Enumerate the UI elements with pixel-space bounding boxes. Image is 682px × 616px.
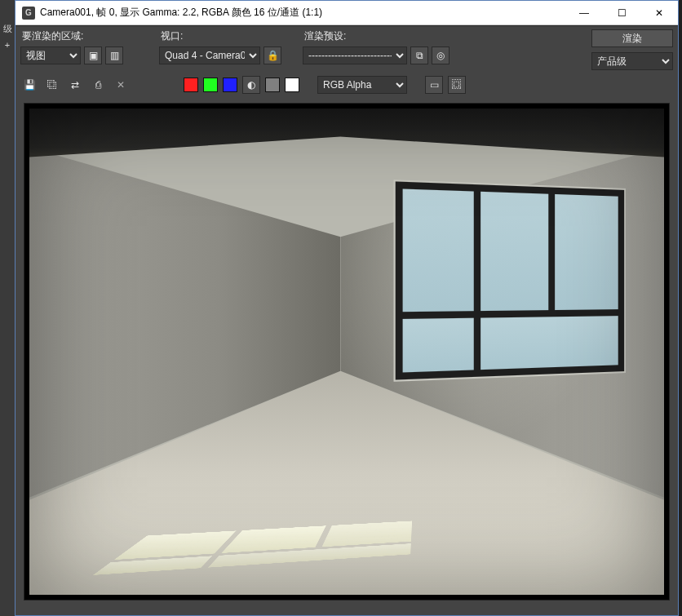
titlebar[interactable]: G Camera001, 帧 0, 显示 Gamma: 2.2, RGBA 颜色… [16, 1, 678, 25]
render-viewport[interactable] [24, 103, 670, 600]
area-select[interactable]: 视图 [20, 47, 81, 64]
region-a-icon: ▣ [89, 50, 98, 61]
group-viewport: 视口: Quad 4 - Camera0 🔒 [159, 29, 294, 70]
channel-mono-button[interactable] [265, 78, 280, 92]
print-image-button[interactable]: ⎙ [89, 76, 107, 94]
clear-image-button[interactable]: ✕ [112, 76, 130, 94]
close-button[interactable]: ✕ [640, 1, 678, 25]
viewport-label: 视口: [159, 29, 294, 43]
rendered-image [29, 109, 664, 595]
render-button[interactable]: 渲染 [591, 29, 673, 47]
group-render-preset: 渲染预设: -------------------------- ⧉ ◎ [303, 29, 466, 70]
region-tool-b-button[interactable]: ▥ [105, 47, 123, 64]
channel-alpha-button[interactable]: ◐ [242, 76, 260, 94]
copy-image-button[interactable]: ⿻ [43, 76, 61, 94]
channel-blue-button[interactable] [223, 78, 237, 92]
clone-icon: ⇄ [71, 79, 79, 91]
maximize-button[interactable]: ☐ [603, 1, 640, 25]
lock-viewport-button[interactable]: 🔒 [264, 47, 281, 64]
toggle-overlay-b-button[interactable]: ⿴ [448, 76, 466, 94]
render-frame-window: G Camera001, 帧 0, 显示 Gamma: 2.2, RGBA 颜色… [15, 0, 679, 616]
alpha-icon: ◐ [247, 79, 255, 91]
frame-b-icon: ⿴ [452, 79, 462, 91]
light-patch [321, 521, 411, 547]
close-icon: ✕ [655, 7, 663, 19]
viewport-area [16, 100, 678, 615]
quality-select[interactable]: 产品级 [591, 52, 673, 70]
window-pane [555, 194, 618, 310]
preset-b-icon: ◎ [436, 50, 445, 61]
group-area-to-render: 要渲染的区域: 视图 ▣ ▥ [20, 29, 151, 70]
toggle-overlay-a-button[interactable]: ▭ [425, 76, 443, 94]
preset-action-b-button[interactable]: ◎ [432, 47, 450, 64]
toolbar: 要渲染的区域: 视图 ▣ ▥ 视口: Quad 4 - Camera0 🔒 [16, 25, 678, 100]
channel-green-button[interactable] [203, 78, 218, 92]
app-icon: G [22, 7, 35, 20]
preset-label: 渲染预设: [303, 29, 466, 43]
viewport-select[interactable]: Quad 4 - Camera0 [159, 47, 260, 64]
print-icon: ⎙ [95, 79, 101, 91]
outer-app-left-strip: 级 + [0, 0, 15, 616]
frame-a-icon: ▭ [430, 79, 439, 91]
leftstrip-char-a: 级 [0, 23, 15, 35]
region-tool-a-button[interactable]: ▣ [84, 47, 102, 64]
window-pane [403, 318, 475, 373]
copy-icon: ⿻ [47, 79, 57, 91]
group-render: 渲染 产品级 [582, 29, 673, 70]
scene-window [394, 179, 627, 382]
channel-red-button[interactable] [184, 78, 198, 92]
region-b-icon: ▥ [110, 50, 119, 61]
lock-icon: 🔒 [267, 50, 279, 61]
preset-select[interactable]: -------------------------- [303, 47, 407, 64]
save-icon: 💾 [24, 79, 36, 91]
preset-action-a-button[interactable]: ⧉ [410, 47, 428, 64]
delete-icon: ✕ [117, 79, 125, 91]
minimize-button[interactable]: — [565, 1, 603, 25]
area-label: 要渲染的区域: [20, 29, 151, 43]
toolbar-row-1: 要渲染的区域: 视图 ▣ ▥ 视口: Quad 4 - Camera0 🔒 [16, 26, 678, 72]
channel-clear-button[interactable] [285, 78, 299, 92]
save-image-button[interactable]: 💾 [20, 76, 38, 94]
channel-select[interactable]: RGB Alpha [317, 76, 407, 94]
clone-image-button[interactable]: ⇄ [66, 76, 84, 94]
window-pane [481, 192, 549, 311]
preset-a-icon: ⧉ [416, 50, 423, 61]
leftstrip-char-b: + [0, 40, 15, 50]
minimize-icon: — [579, 7, 589, 19]
window-pane [403, 189, 475, 312]
toolbar-row-2: 💾 ⿻ ⇄ ⎙ ✕ ◐ RGB Alpha ▭ ⿴ [16, 72, 678, 100]
scene-ceiling [29, 109, 664, 157]
window-pane [481, 317, 618, 370]
maximize-icon: ☐ [618, 7, 627, 19]
window-title: Camera001, 帧 0, 显示 Gamma: 2.2, RGBA 颜色 1… [40, 6, 565, 20]
